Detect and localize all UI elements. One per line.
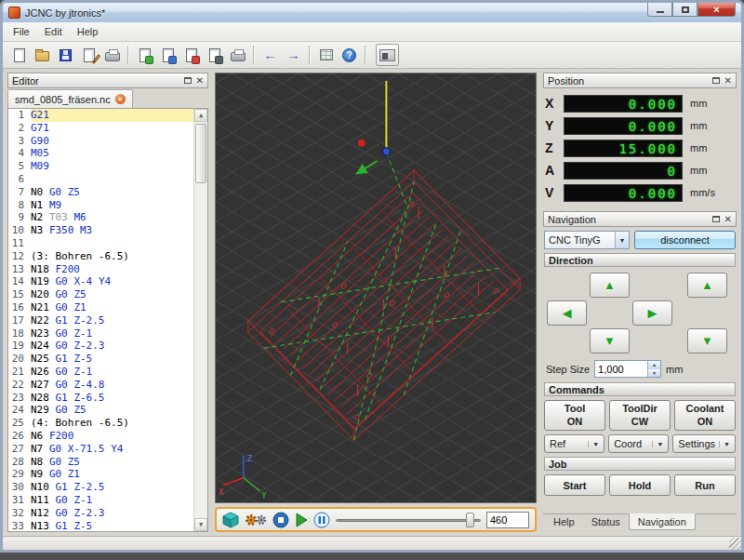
code-line[interactable]: 3G90 xyxy=(8,135,193,148)
code-line[interactable]: 15N20 G0 Z5 xyxy=(8,288,193,301)
resize-grip[interactable] xyxy=(729,538,741,550)
toolbar-machine-icon[interactable] xyxy=(376,44,399,66)
step-size-input[interactable] xyxy=(595,361,647,377)
toolbar-open-file-icon[interactable] xyxy=(31,44,54,66)
dock-tab-help[interactable]: Help xyxy=(545,514,583,529)
close-panel-icon[interactable]: ✕ xyxy=(724,215,732,224)
code-line[interactable]: 16N21 G0 Z1 xyxy=(8,301,193,314)
code-line[interactable]: 21N26 G0 Z-1 xyxy=(8,366,193,379)
coord-menu-button[interactable]: Coord▼ xyxy=(608,434,669,453)
slider-thumb[interactable] xyxy=(466,513,474,527)
code-line[interactable]: 12(3: Bohren -6.5) xyxy=(8,250,193,263)
scroll-up-icon[interactable]: ▲ xyxy=(194,109,207,122)
toolbar-sim-export-icon[interactable] xyxy=(203,44,226,66)
code-line[interactable]: 22N27 G0 Z-4.8 xyxy=(8,379,193,392)
job-start-button[interactable]: Start xyxy=(544,474,605,496)
code-line[interactable]: 5M09 xyxy=(8,160,193,173)
code-line[interactable]: 2G71 xyxy=(8,122,193,135)
code-line[interactable]: 19N24 G0 Z-2.3 xyxy=(8,340,193,353)
toolbar-sim-save-icon[interactable] xyxy=(179,44,203,66)
code-line[interactable]: 1G21 xyxy=(8,109,193,122)
device-select[interactable]: CNC TinyG ▼ xyxy=(544,231,630,249)
jog-y-plus-button[interactable]: ▲ xyxy=(590,273,630,298)
scroll-down-icon[interactable]: ▼ xyxy=(194,518,207,531)
editor-scrollbar[interactable]: ▲ ▼ xyxy=(193,109,207,531)
dock-tab-status[interactable]: Status xyxy=(583,514,629,529)
toolbar-grid-settings-icon[interactable] xyxy=(314,44,338,66)
code-line[interactable]: 33N13 G1 Z-5 xyxy=(8,520,193,532)
progress-input[interactable] xyxy=(486,512,529,528)
window-titlebar[interactable]: JCNC by jtronics* × xyxy=(3,3,741,22)
code-line[interactable]: 27N7 G0 X-71.5 Y4 xyxy=(8,443,193,456)
code-line[interactable]: 6 xyxy=(8,173,193,186)
spin-up-icon[interactable]: ▲ xyxy=(648,361,660,369)
code-line[interactable]: 23N28 G1 Z-6.5 xyxy=(8,392,193,405)
tab-close-icon[interactable]: × xyxy=(115,94,126,104)
toolpath-canvas[interactable]: Z X Y xyxy=(215,73,537,503)
toolbar-redo-icon[interactable]: → xyxy=(282,44,305,66)
float-panel-icon[interactable] xyxy=(184,77,192,84)
float-panel-icon[interactable] xyxy=(712,216,720,222)
toolbar-sim-new-icon[interactable] xyxy=(133,44,156,66)
code-line[interactable]: 32N12 G0 Z-2.3 xyxy=(8,507,193,520)
pause-button[interactable] xyxy=(313,512,330,528)
dock-tab-navigation[interactable]: Navigation xyxy=(629,513,696,530)
code-line[interactable]: 7N0 G0 Z5 xyxy=(8,186,193,199)
code-line[interactable]: 14N19 G0 X-4 Y4 xyxy=(8,275,193,288)
code-line[interactable]: 4M05 xyxy=(8,147,193,160)
menu-help[interactable]: Help xyxy=(70,23,106,40)
menu-edit[interactable]: Edit xyxy=(37,23,70,40)
toolbar-save-file-icon[interactable] xyxy=(54,44,77,66)
code-line[interactable]: 8N1 M9 xyxy=(8,199,193,212)
maximize-button[interactable] xyxy=(672,3,698,17)
jog-z-minus-button[interactable]: ▼ xyxy=(687,328,727,353)
settings-menu-button[interactable]: Settings▼ xyxy=(672,434,736,453)
scrollbar-thumb[interactable] xyxy=(195,124,206,183)
code-line[interactable]: 13N18 F200 xyxy=(8,263,193,276)
gcode-editor[interactable]: 1G212G713G904M055M0967N0 G0 Z58N1 M99N2 … xyxy=(7,108,208,532)
jog-z-plus-button[interactable]: ▲ xyxy=(687,273,727,298)
code-line[interactable]: 11 xyxy=(8,237,193,250)
toolbar-edit-gcode-icon[interactable] xyxy=(77,44,100,66)
minimize-button[interactable] xyxy=(647,3,672,17)
code-line[interactable]: 24N29 G0 Z5 xyxy=(8,404,193,417)
toolbar-print-icon[interactable] xyxy=(100,44,124,66)
toolbar-sim-open-icon[interactable] xyxy=(156,44,179,66)
spin-down-icon[interactable]: ▼ xyxy=(648,369,660,378)
toolbar-sim-print-icon[interactable] xyxy=(226,44,249,66)
float-panel-icon[interactable] xyxy=(712,77,720,84)
tooldir-button[interactable]: ToolDirCW xyxy=(609,400,671,431)
toolbar-undo-icon[interactable]: ← xyxy=(259,44,282,66)
code-line[interactable]: 9N2 T03 M6 xyxy=(8,211,193,224)
jog-x-plus-button[interactable]: ▶ xyxy=(632,300,672,326)
disconnect-button[interactable]: disconnect xyxy=(634,231,736,249)
code-line[interactable]: 10N3 F350 M3 xyxy=(8,224,193,237)
close-button[interactable]: × xyxy=(698,3,736,17)
code-line[interactable]: 25(4: Bohren -6.5) xyxy=(8,417,193,430)
code-line[interactable]: 17N22 G1 Z-2.5 xyxy=(8,314,193,327)
ref-menu-button[interactable]: Ref▼ xyxy=(544,434,604,453)
job-run-button[interactable]: Run xyxy=(674,474,736,496)
close-panel-icon[interactable]: ✕ xyxy=(196,76,204,86)
toolbar-help-icon[interactable]: ? xyxy=(338,44,361,66)
code-line[interactable]: 26N6 F200 xyxy=(8,430,193,443)
code-line[interactable]: 31N11 G0 Z-1 xyxy=(8,494,193,507)
code-line[interactable]: 20N25 G1 Z-5 xyxy=(8,353,193,366)
progress-slider[interactable] xyxy=(336,513,481,527)
tool-button[interactable]: ToolON xyxy=(544,400,605,431)
job-hold-button[interactable]: Hold xyxy=(609,474,671,496)
stop-button[interactable] xyxy=(272,512,289,528)
jog-y-minus-button[interactable]: ▼ xyxy=(590,328,630,353)
code-line[interactable]: 29N9 G0 Z1 xyxy=(8,468,193,481)
play-button[interactable] xyxy=(295,513,308,527)
coolant-button[interactable]: CoolantON xyxy=(674,400,736,431)
close-panel-icon[interactable]: ✕ xyxy=(724,76,732,86)
toolbar-new-file-icon[interactable] xyxy=(7,44,31,66)
step-size-stepper[interactable]: ▲ ▼ xyxy=(594,360,661,378)
code-line[interactable]: 30N10 G1 Z-2.5 xyxy=(8,481,193,494)
gear-gray-icon[interactable] xyxy=(256,514,267,526)
code-line[interactable]: 28N8 G0 Z5 xyxy=(8,456,193,469)
code-line[interactable]: 18N23 G0 Z-1 xyxy=(8,327,193,340)
jog-x-minus-button[interactable]: ◀ xyxy=(547,300,587,326)
view-cube-icon[interactable] xyxy=(222,512,239,528)
